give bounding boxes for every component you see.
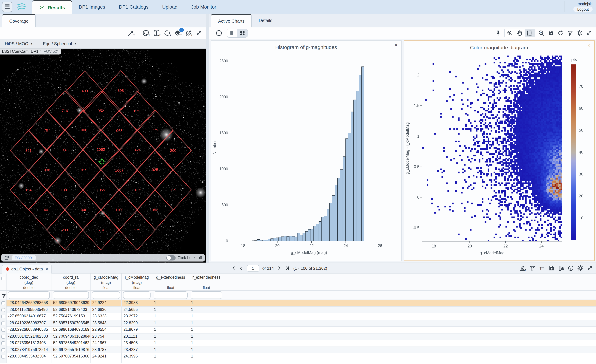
page-number-input[interactable]: [247, 265, 259, 272]
expand-icon[interactable]: [587, 265, 593, 271]
coord-system-dropdown[interactable]: Equ / Spherical▼: [38, 39, 82, 48]
filter-input-r_cModelMag[interactable]: [123, 291, 150, 299]
expand-icon[interactable]: [195, 29, 203, 37]
table-cell: 22.9554: [90, 327, 122, 333]
filter-icon[interactable]: [529, 265, 536, 271]
tools-icon[interactable]: ▾: [127, 29, 135, 37]
table-cell: 23.2972: [122, 313, 152, 320]
nav-tab-dp1-images[interactable]: DP1 Images: [72, 0, 112, 14]
row-checkbox[interactable]: [1, 321, 5, 325]
table-cell: 23.1121: [122, 333, 152, 340]
zoom-in-icon[interactable]: [505, 29, 515, 37]
table-row[interactable]: -28.0273396181340852.6978664920146224.19…: [0, 340, 596, 347]
save-icon[interactable]: [548, 30, 554, 36]
row-checkbox[interactable]: [1, 301, 5, 305]
zoom-1x-icon[interactable]: 1X: [538, 30, 544, 36]
table-cell: 1: [189, 320, 224, 327]
filter-icon[interactable]: [567, 30, 573, 36]
filter-input-r_extendedness[interactable]: [191, 291, 222, 299]
column-header-g_extendedness[interactable]: g_extendedness float: [152, 274, 189, 291]
row-checkbox[interactable]: [1, 335, 5, 339]
filter-input-g_cModelMag[interactable]: [92, 291, 120, 299]
table-row[interactable]: -28.0419226308370752.6957159070354523.58…: [0, 320, 596, 327]
column-header-coord_dec[interactable]: coord_dec(deg)double: [7, 274, 52, 291]
text-format-icon[interactable]: TT: [539, 265, 545, 271]
info-icon[interactable]: [567, 265, 574, 271]
gear-icon[interactable]: [576, 30, 583, 36]
lasso-icon[interactable]: ▾: [164, 29, 171, 37]
close-icon[interactable]: ×: [587, 43, 590, 48]
row-checkbox[interactable]: [1, 348, 5, 352]
tab-details[interactable]: Details: [252, 14, 279, 27]
select-all-checkbox[interactable]: [1, 277, 5, 280]
refresh-icon[interactable]: [557, 30, 564, 36]
row-checkbox[interactable]: [1, 355, 5, 359]
hamburger-menu-button[interactable]: [2, 2, 12, 12]
table-row[interactable]: -28.02784197567221452.6972655751987623.6…: [0, 347, 596, 353]
table-cell: 1: [189, 347, 224, 353]
filter-input-coord_ra[interactable]: [53, 291, 89, 299]
row-checkbox[interactable]: [1, 308, 5, 312]
single-view-icon[interactable]: [227, 29, 237, 37]
table-cell: 23.754: [90, 333, 122, 340]
logout-button[interactable]: Logout: [574, 7, 593, 12]
histogram-canvas[interactable]: [211, 51, 398, 259]
microscope-icon[interactable]: ▾: [519, 265, 526, 271]
save-icon[interactable]: [548, 265, 555, 271]
rotate-off-icon[interactable]: ▾: [185, 29, 192, 37]
chevron-down-icon: ▼: [74, 42, 77, 45]
table-row[interactable]: -28.03014252148233352.70094363162884623.…: [0, 333, 596, 340]
tab-active-charts[interactable]: Active Charts: [211, 14, 252, 27]
layer-count-badge: 5: [179, 28, 184, 32]
table-row[interactable]: -27.8599621401667752.7504761991531123.63…: [0, 313, 596, 320]
table-cell: 1: [152, 313, 189, 320]
filter-input-coord_dec[interactable]: [8, 291, 50, 299]
gear-icon[interactable]: [577, 265, 584, 271]
table-cell: 24.3996: [122, 353, 152, 360]
column-header-r_extendedness[interactable]: r_extendedness float: [189, 274, 224, 291]
column-header-coord_ra[interactable]: coord_ra(deg)double: [52, 274, 90, 291]
plus-circle-icon[interactable]: [215, 29, 223, 37]
hips-moc-dropdown[interactable]: HiPS / MOC▼: [0, 39, 38, 48]
box-select-icon[interactable]: [525, 29, 535, 37]
center-icon[interactable]: ▾: [153, 29, 160, 37]
page-first-icon[interactable]: [231, 266, 236, 271]
click-lock-toggle[interactable]: [166, 255, 175, 260]
column-header-g_cModelMag[interactable]: g_cModelMag(mag)float: [90, 274, 122, 291]
table-row[interactable]: -28.02926608894658552.6996168469316922.9…: [0, 327, 596, 333]
table-cell: 1: [152, 320, 189, 327]
nav-tab-results[interactable]: Results: [32, 0, 72, 14]
expand-icon[interactable]: [586, 30, 593, 36]
external-link-icon[interactable]: [4, 255, 9, 260]
panel-divider[interactable]: [206, 14, 209, 262]
close-icon[interactable]: ×: [46, 267, 48, 271]
nav-tab-upload[interactable]: Upload: [155, 0, 184, 14]
tab-coverage[interactable]: Coverage: [2, 14, 36, 27]
coverage-panel: Coverage ▾▾▾▾▾5▾ HiPS / MOC▼ Equ / Spher…: [0, 14, 206, 262]
page-last-icon[interactable]: [285, 266, 290, 271]
row-checkbox[interactable]: [1, 315, 5, 319]
cmd-canvas[interactable]: [404, 51, 593, 259]
page-prev-icon[interactable]: [239, 266, 244, 271]
pan-hand-icon[interactable]: [515, 29, 525, 37]
row-checkbox[interactable]: [1, 328, 5, 332]
add-column-icon[interactable]: [558, 265, 565, 271]
grid-view-icon[interactable]: [237, 29, 248, 37]
nav-tab-job-monitor[interactable]: Job Monitor: [184, 0, 223, 14]
click-lock-label: Click Lock: off: [178, 256, 202, 260]
column-header-r_cModelMag[interactable]: r_cModelMag(mag)float: [122, 274, 152, 291]
nav-tab-dp1-catalogs[interactable]: DP1 Catalogs: [112, 0, 155, 14]
palette-icon[interactable]: ▾: [142, 29, 150, 37]
table-tab[interactable]: dp1.Object - data ×: [2, 264, 52, 273]
layers-icon[interactable]: ▾5: [174, 29, 182, 37]
table-row[interactable]: -28.04264265926865852.68056979043639422.…: [0, 300, 596, 306]
table-cell: -28.042642659268658: [7, 300, 52, 306]
filter-input-g_extendedness[interactable]: [154, 291, 187, 299]
close-icon[interactable]: ×: [394, 43, 398, 48]
page-next-icon[interactable]: [277, 266, 282, 271]
pin-icon[interactable]: [495, 30, 501, 36]
table-row[interactable]: -28.04115265503549652.680814367340324.68…: [0, 306, 596, 313]
row-checkbox[interactable]: [1, 342, 5, 345]
sky-coverage-canvas[interactable]: [0, 49, 206, 262]
table-row[interactable]: -28.0304453543230452.6976073541536624.92…: [0, 353, 596, 360]
